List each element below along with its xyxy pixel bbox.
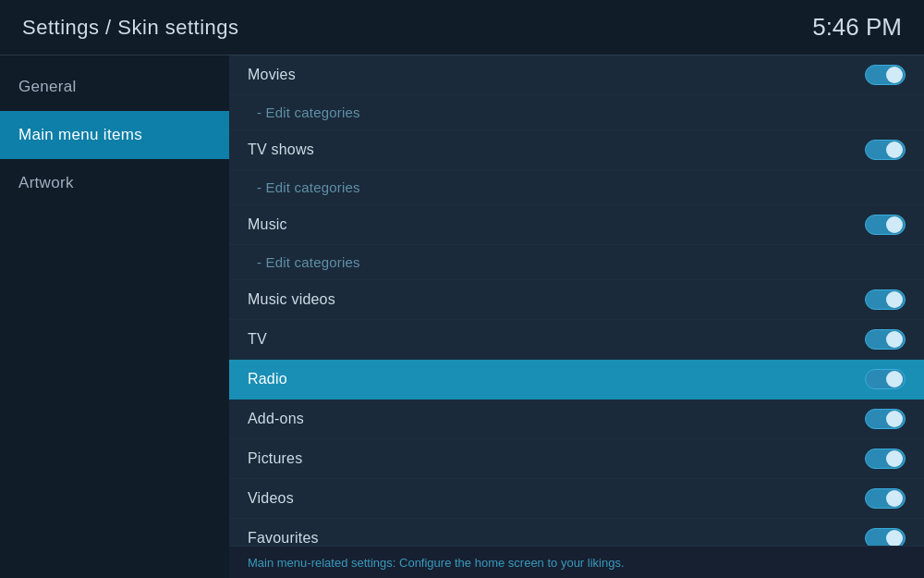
list-item-music-videos[interactable]: Music videos [229,280,924,320]
list-item-tv-shows[interactable]: TV shows [229,130,924,170]
toggle-pictures[interactable] [865,449,906,469]
sidebar: General Main menu items Artwork [0,55,229,578]
list-item-tv[interactable]: TV [229,320,924,360]
toggle-knob [886,331,903,348]
sidebar-item-main-menu-items[interactable]: Main menu items [0,111,229,159]
toggle-music[interactable] [865,215,906,235]
status-bar: Main menu-related settings: Configure th… [229,546,924,578]
content-panel: Movies - Edit categories TV shows - Edit… [229,55,924,578]
list-item-music-edit[interactable]: - Edit categories [229,245,924,280]
toggle-knob [886,291,903,308]
toggle-music-videos[interactable] [865,289,906,310]
sidebar-item-artwork[interactable]: Artwork [0,159,229,207]
main-area: General Main menu items Artwork Movies -… [0,55,924,578]
list-item-favourites[interactable]: Favourites [229,519,924,546]
toggle-radio[interactable] [865,369,906,389]
toggle-knob [886,141,903,158]
list-item-videos[interactable]: Videos [229,479,924,519]
sidebar-item-general[interactable]: General [0,63,229,111]
toggle-tv[interactable] [865,329,906,350]
toggle-favourites[interactable] [865,528,906,546]
list-item-add-ons[interactable]: Add-ons [229,400,924,439]
header: Settings / Skin settings 5:46 PM [0,0,924,55]
toggle-tv-shows[interactable] [865,140,906,160]
toggle-add-ons[interactable] [865,409,906,429]
toggle-knob [886,371,903,387]
clock: 5:46 PM [812,13,902,42]
list-item-tv-shows-edit[interactable]: - Edit categories [229,170,924,205]
list-item-radio[interactable]: Radio [229,360,924,400]
toggle-videos[interactable] [865,488,906,509]
toggle-knob [886,411,903,427]
status-text: Main menu-related settings: Configure th… [248,556,625,570]
toggle-movies[interactable] [865,65,906,85]
toggle-knob [886,450,903,467]
toggle-knob [886,216,903,233]
list-item-music[interactable]: Music [229,205,924,245]
list-item-movies[interactable]: Movies [229,55,924,95]
toggle-knob [886,67,903,83]
list-item-movies-edit[interactable]: - Edit categories [229,95,924,130]
toggle-knob [886,530,903,546]
page-title: Settings / Skin settings [22,16,239,40]
settings-list: Movies - Edit categories TV shows - Edit… [229,55,924,546]
list-item-pictures[interactable]: Pictures [229,439,924,479]
toggle-knob [886,490,903,507]
